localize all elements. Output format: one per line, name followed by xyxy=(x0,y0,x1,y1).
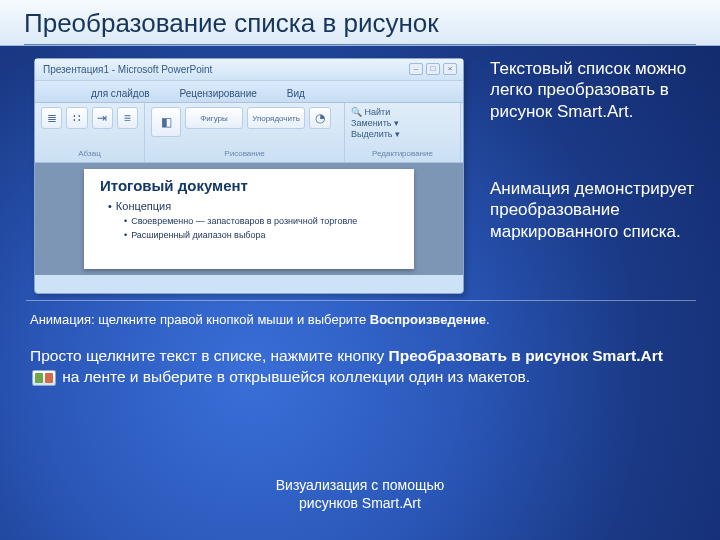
tab-review[interactable]: Рецензирование xyxy=(174,85,263,102)
divider xyxy=(26,300,696,301)
group-label-drawing: Рисование xyxy=(151,149,338,158)
ribbon-group-editing: 🔍 Найти Заменить ▾ Выделить ▾ Редактиров… xyxy=(345,103,461,162)
bullet-level2-b: Расширенный диапазон выбора xyxy=(124,230,398,240)
side-text-2: Анимация демонстрирует преобразование ма… xyxy=(490,178,700,242)
anim-prefix: Анимация: щелкните правой кнопкой мыши и… xyxy=(30,312,370,327)
shapes-label-button[interactable]: Фигуры xyxy=(185,107,243,129)
ribbon-group-paragraph: ≣ ∷ ⇥ ≡ Абзац xyxy=(35,103,145,162)
animation-hint: Анимация: щелкните правой кнопкой мыши и… xyxy=(30,312,490,327)
footer: Визуализация с помощью рисунков Smart.Ar… xyxy=(0,477,720,512)
footer-line2: рисунков Smart.Art xyxy=(0,495,720,513)
slide-title: Преобразование списка в рисунок xyxy=(24,8,439,39)
ribbon-tabs: для слайдов Рецензирование Вид xyxy=(35,81,463,103)
numbering-icon[interactable]: ∷ xyxy=(66,107,87,129)
styles-icon[interactable]: ◔ xyxy=(309,107,331,129)
find-button[interactable]: 🔍 Найти xyxy=(351,107,454,117)
slide-heading: Итоговый документ xyxy=(100,177,398,194)
group-label-editing: Редактирование xyxy=(351,149,454,158)
slide-preview: Итоговый документ Концепция Своевременно… xyxy=(84,169,414,269)
smartart-button-icon xyxy=(32,370,56,386)
bullet-level2-a: Своевременно — запастоваров в розничной … xyxy=(124,216,398,226)
slide-canvas: Итоговый документ Концепция Своевременно… xyxy=(35,163,463,275)
bullet-level1: Концепция xyxy=(108,200,398,212)
powerpoint-screenshot: Презентация1 - Microsoft PowerPoint – □ … xyxy=(34,58,464,294)
window-controls: – □ × xyxy=(409,63,457,75)
minimize-icon[interactable]: – xyxy=(409,63,423,75)
side-text-1: Текстовый список можно легко преобразова… xyxy=(490,58,700,122)
tab-view[interactable]: Вид xyxy=(281,85,311,102)
maximize-icon[interactable]: □ xyxy=(426,63,440,75)
arrange-button[interactable]: Упорядочить xyxy=(247,107,305,129)
group-label-paragraph: Абзац xyxy=(41,149,138,158)
close-icon[interactable]: × xyxy=(443,63,457,75)
ribbon-group-drawing: ◧ Фигуры Упорядочить ◔ Рисование xyxy=(145,103,345,162)
body-bold: Преобразовать в рисунок Smart.Art xyxy=(389,347,663,364)
ribbon: ≣ ∷ ⇥ ≡ Абзац ◧ Фигуры Упорядочить ◔ Рис… xyxy=(35,103,463,163)
anim-suffix: . xyxy=(486,312,490,327)
title-rule xyxy=(24,44,696,45)
tab-slides[interactable]: для слайдов xyxy=(85,85,156,102)
footer-line1: Визуализация с помощью xyxy=(0,477,720,495)
select-button[interactable]: Выделить ▾ xyxy=(351,129,454,139)
shapes-button[interactable]: ◧ xyxy=(151,107,181,137)
align-icon[interactable]: ≡ xyxy=(117,107,138,129)
body-c: на ленте и выберите в открывшейся коллек… xyxy=(58,368,530,385)
replace-button[interactable]: Заменить ▾ xyxy=(351,118,454,128)
body-a: Просто щелкните текст в списке, нажмите … xyxy=(30,347,389,364)
bullets-icon[interactable]: ≣ xyxy=(41,107,62,129)
window-title-text: Презентация1 - Microsoft PowerPoint xyxy=(43,64,212,75)
indent-icon[interactable]: ⇥ xyxy=(92,107,113,129)
window-titlebar: Презентация1 - Microsoft PowerPoint – □ … xyxy=(35,59,463,81)
anim-bold: Воспроизведение xyxy=(370,312,486,327)
body-text: Просто щелкните текст в списке, нажмите … xyxy=(30,346,690,388)
